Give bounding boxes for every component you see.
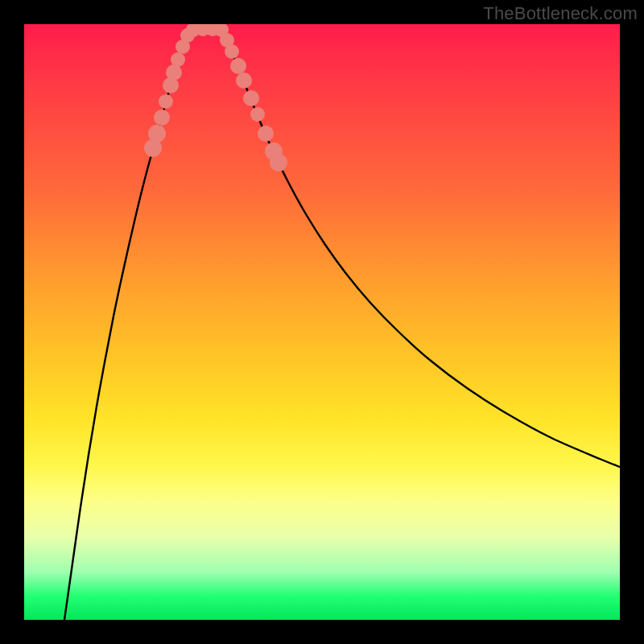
data-marker bbox=[236, 72, 252, 89]
data-marker bbox=[243, 90, 259, 106]
watermark-text: TheBottleneck.com bbox=[483, 3, 638, 24]
data-marker bbox=[175, 39, 190, 54]
data-marker bbox=[225, 44, 239, 59]
data-marker bbox=[258, 126, 274, 142]
data-marker bbox=[265, 142, 283, 160]
data-marker bbox=[196, 24, 210, 36]
data-marker bbox=[270, 154, 287, 171]
data-marker bbox=[205, 24, 220, 36]
plot-area bbox=[24, 24, 620, 620]
data-marker bbox=[159, 94, 173, 109]
data-marker bbox=[166, 64, 182, 80]
data-marker bbox=[214, 24, 229, 37]
data-marker bbox=[250, 107, 265, 122]
data-marker bbox=[171, 52, 185, 67]
data-marker bbox=[144, 139, 162, 157]
data-marker bbox=[163, 77, 179, 93]
chart-svg bbox=[24, 24, 620, 620]
curve-right-branch bbox=[221, 31, 620, 467]
data-marker bbox=[154, 109, 170, 126]
curve-left-branch bbox=[64, 31, 190, 620]
data-marker bbox=[180, 28, 195, 43]
data-markers bbox=[144, 24, 287, 171]
data-marker bbox=[148, 125, 166, 142]
chart-frame: TheBottleneck.com bbox=[0, 0, 644, 644]
data-marker bbox=[220, 33, 234, 47]
data-marker bbox=[230, 58, 246, 74]
data-marker bbox=[186, 24, 200, 37]
